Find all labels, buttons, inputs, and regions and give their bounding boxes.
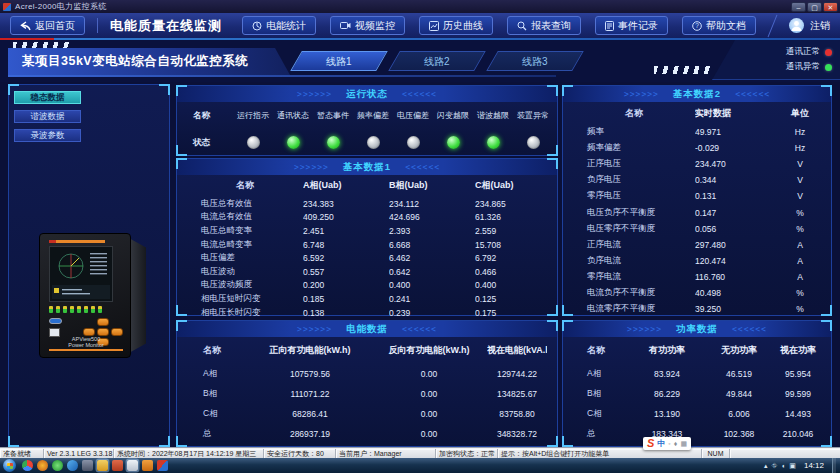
line-tab[interactable]: 线路2 [388,51,486,71]
line-tab[interactable]: 线路3 [486,51,584,71]
logout-button[interactable]: 注销 [789,18,830,33]
back-home-button[interactable]: 返回首页 [10,16,85,35]
table-row: 零序电压0.131V [573,188,821,204]
table-row: 电流总畸变率6.7486.66815.708% [187,238,547,252]
status-led [327,136,340,149]
power-data-title: 功率数据 [676,323,718,336]
table-row: 电压负序不平衡度0.147% [573,204,821,220]
divider [8,75,556,77]
basic-data1-title: 基本数据1 [343,161,391,174]
status-led [287,136,300,149]
status-dongle: 加密狗状态：正常 [436,449,498,458]
event-record-button[interactable]: 事件记录 [595,16,668,35]
tray-network-icon[interactable]: ⛗ [772,462,778,470]
table-row: 负序电流120.474A [573,253,821,269]
video-monitor-button[interactable]: 视频监控 [330,16,405,35]
status-item-label: 谐波越限 [473,110,513,121]
search-icon [517,21,527,31]
sidebar-item[interactable]: 录波参数 [14,129,81,142]
panel-header: >>>>>> 基本数据1 <<<<<< [177,159,557,175]
report-query-button[interactable]: 报表查询 [507,16,581,35]
page-title: 电能质量在线监测 [110,17,222,35]
status-systime: 系统时间：2022年08月17日 14:12:19 星期三 [114,449,264,458]
decor-arrows: <<<<<< [405,163,440,172]
sogou-logo-icon: S [647,438,654,449]
table-row: 正序电流297.480A [573,237,821,253]
status-item-label: 暂态事件 [313,110,353,121]
tray-shield-icon[interactable]: ▣ [789,462,796,470]
taskbar-icon[interactable] [67,460,78,471]
ime-toolbar[interactable]: S 中 ◦ ♦ ▦ [643,437,691,450]
decor-arrows: <<<<<< [732,325,767,334]
ime-tool-icon[interactable]: ◦ [668,440,670,447]
history-curve-label: 历史曲线 [443,19,483,33]
table-row: A相107579.560.00129744.22 [187,364,547,384]
table-header: 名称有功功率无功功率视在功率 [573,337,821,364]
table-row: 零序电流116.760A [573,269,821,285]
table-row: 频率49.971Hz [573,124,821,140]
table-row: 负序电压0.344V [573,172,821,188]
event-record-label: 事件记录 [618,19,658,33]
status-num-lock: NUM [702,449,730,458]
panel-header: >>>>>> 电能数据 <<<<<< [177,321,557,337]
table-row: B相86.22949.84499.599 [573,384,821,404]
system-tray: ▴ ⛗ ◖ ▣ 14:12 [764,458,840,473]
line-tab[interactable]: 线路1 [290,51,388,71]
sidebar-item[interactable]: 谐波数据 [14,110,81,123]
video-monitor-label: 视频监控 [355,19,395,33]
table-row: 电压波动0.5570.6420.466% [187,265,547,279]
close-button[interactable]: ✕ [823,2,838,12]
taskbar-icon[interactable] [127,460,138,471]
minimize-button[interactable]: – [791,2,806,12]
table-row: C相13.1906.00614.493 [573,404,821,424]
comm-abnormal-label: 通讯异常 [786,61,820,73]
comm-abnormal-dot [825,64,832,71]
status-ready: 准备就绪 [0,449,44,458]
sidebar-menu: 稳态数据谐波数据录波参数 [9,91,169,142]
tray-volume-icon[interactable]: ◖ [781,462,785,469]
run-status-panel: >>>>>> 运行状态 <<<<<< 名称 运行指示通讯状态暂态事件频率偏差电压… [176,85,558,156]
taskbar-icon[interactable] [142,460,153,471]
taskbar-icon[interactable] [157,460,168,471]
chart-icon [429,21,439,31]
taskbar-icon[interactable] [22,460,33,471]
ime-lang-indicator[interactable]: 中 [657,438,665,449]
taskbar-icon[interactable] [82,460,93,471]
taskbar-icon[interactable] [52,460,63,471]
panel-header: >>>>>> 运行状态 <<<<<< [177,86,557,102]
table-row: 相电压短时闪变0.1850.2410.125 [187,292,547,306]
panel-header: >>>>>> 功率数据 <<<<<< [563,321,831,337]
taskbar-icon[interactable] [37,460,48,471]
table-row: 正序电压234.470V [573,156,821,172]
taskbar-icon[interactable] [97,460,108,471]
status-version: Ver 2.3.1 LEG 3.3.18 [44,449,114,458]
help-doc-button[interactable]: ? 帮助文档 [682,16,756,35]
tray-expand-icon[interactable]: ▴ [764,462,768,470]
taskbar-icon[interactable] [112,460,123,471]
history-curve-button[interactable]: 历史曲线 [419,16,493,35]
ime-mic-icon[interactable]: ♦ [674,440,678,447]
table-row: 电流负序不平衡度40.498% [573,285,821,301]
device-sub-label: Power Monitor [44,342,129,348]
table-row: 电压总有效值234.383234.112234.865V [187,197,547,211]
status-item-label: 装置异常 [513,110,553,121]
row-label: 名称 [181,110,233,122]
show-desktop-button[interactable] [832,458,836,473]
header-band: 某项目35kV变电站综合自动化监控系统 线路1线路2线路3 通讯正常 通讯异常 [0,40,840,82]
start-button[interactable] [3,459,16,472]
table-row: 总286937.190.00348328.72 [187,424,547,444]
table-row: 相电压长时闪变0.1380.2390.175 [187,306,547,320]
window-title: Acrel-2000电力监控系统 [15,1,107,12]
clock[interactable]: 14:12 [804,461,824,470]
device-screen [49,246,113,302]
user-avatar-icon [789,18,804,33]
maximize-button[interactable]: ▢ [807,2,822,12]
status-item-label: 通讯状态 [273,110,313,121]
energy-stats-button[interactable]: 电能统计 [242,16,316,35]
sidebar-item[interactable]: 稳态数据 [14,91,81,104]
table-header: 名称实时数据单位 [573,102,821,124]
ime-keyboard-icon[interactable]: ▦ [680,440,687,448]
decor-arrows: >>>>>> [624,90,659,99]
question-icon: ? [692,21,702,31]
power-data-panel: >>>>>> 功率数据 <<<<<< 名称有功功率无功功率视在功率 A相83.9… [562,320,832,447]
